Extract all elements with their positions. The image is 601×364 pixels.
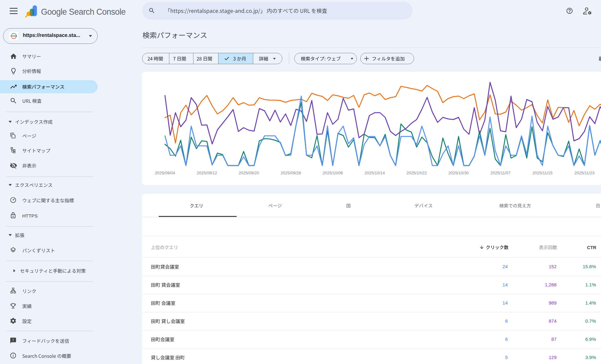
svg-text:2025/10/22: 2025/10/22 [406, 171, 427, 175]
svg-text:2025/10/30: 2025/10/30 [448, 171, 469, 175]
svg-text:2025/09/20: 2025/09/20 [239, 171, 259, 175]
svg-text:2025/09/28: 2025/09/28 [280, 171, 301, 175]
svg-text:2025/10/14: 2025/10/14 [364, 171, 385, 175]
svg-text:STAGE: STAGE [11, 35, 17, 37]
svg-text:2025/11/15: 2025/11/15 [532, 171, 552, 175]
svg-text:2025/11/07: 2025/11/07 [491, 171, 511, 175]
svg-text:2025/11/23: 2025/11/23 [574, 171, 594, 175]
svg-text:2025/09/04: 2025/09/04 [155, 171, 175, 175]
svg-text:2025/09/12: 2025/09/12 [197, 171, 217, 175]
svg-text:2025/10/06: 2025/10/06 [322, 171, 343, 175]
